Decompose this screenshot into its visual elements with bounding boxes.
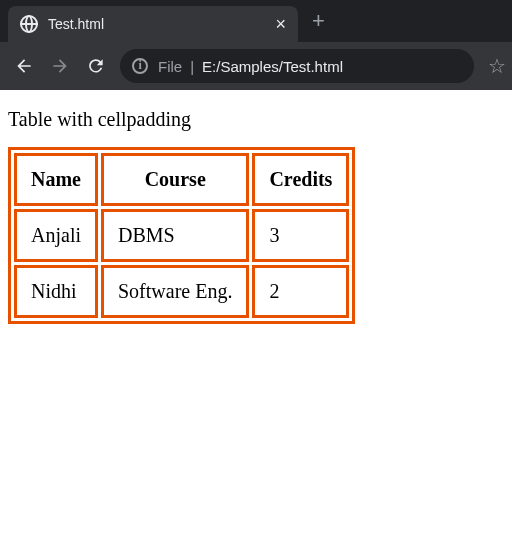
browser-toolbar: File | E:/Samples/Test.html ☆: [0, 42, 512, 90]
close-tab-button[interactable]: ×: [275, 15, 286, 33]
arrow-left-icon: [14, 56, 34, 76]
table-header-row: Name Course Credits: [14, 153, 349, 206]
table-cell: 3: [252, 209, 349, 262]
page-content: Table with cellpadding Name Course Credi…: [0, 90, 512, 334]
url-path: E:/Samples/Test.html: [202, 58, 343, 75]
table-cell: Anjali: [14, 209, 98, 262]
table-header: Name: [14, 153, 98, 206]
table-row: Anjali DBMS 3: [14, 209, 349, 262]
tab-strip: Test.html × +: [0, 0, 512, 42]
table-cell: 2: [252, 265, 349, 318]
page-heading: Table with cellpadding: [8, 108, 504, 131]
new-tab-button[interactable]: +: [312, 10, 325, 32]
data-table: Name Course Credits Anjali DBMS 3 Nidhi …: [8, 147, 355, 324]
bookmark-button[interactable]: ☆: [488, 54, 506, 78]
table-row: Nidhi Software Eng. 2: [14, 265, 349, 318]
url-scheme: File: [158, 58, 182, 75]
address-bar[interactable]: File | E:/Samples/Test.html: [120, 49, 474, 83]
table-cell: Nidhi: [14, 265, 98, 318]
forward-button[interactable]: [42, 48, 78, 84]
tab-title: Test.html: [48, 16, 267, 32]
browser-tab[interactable]: Test.html ×: [8, 6, 298, 42]
table-header: Course: [101, 153, 249, 206]
arrow-right-icon: [50, 56, 70, 76]
table-header: Credits: [252, 153, 349, 206]
back-button[interactable]: [6, 48, 42, 84]
reload-button[interactable]: [78, 48, 114, 84]
site-info-icon[interactable]: [132, 58, 148, 74]
url-divider: |: [190, 58, 194, 75]
globe-icon: [20, 15, 38, 33]
table-cell: DBMS: [101, 209, 249, 262]
table-cell: Software Eng.: [101, 265, 249, 318]
browser-chrome: Test.html × + File | E:/Samples/Test.htm…: [0, 0, 512, 90]
reload-icon: [86, 56, 106, 76]
